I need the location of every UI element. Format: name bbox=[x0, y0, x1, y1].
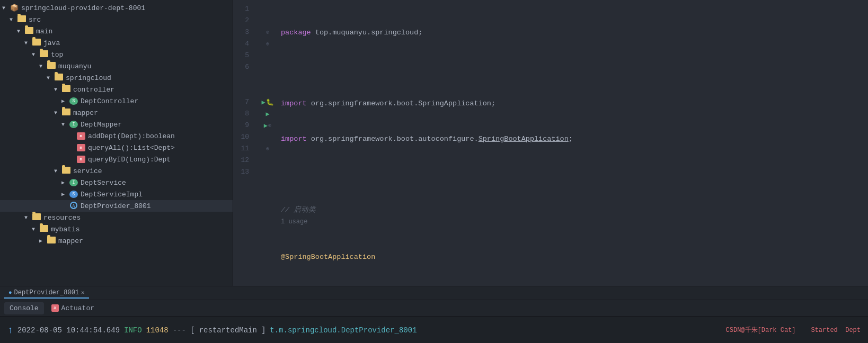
line-numbers: 1 2 3 4 5 6 7 8 9 10 11 12 13 bbox=[233, 0, 260, 286]
tree-item-service[interactable]: ▼ service bbox=[0, 165, 233, 177]
run-icon-7[interactable]: ▶ bbox=[261, 98, 265, 106]
debug-icon-7[interactable]: 🐛 bbox=[266, 98, 274, 106]
status-class: t.m.springcloud.DeptProvider_8001 bbox=[270, 326, 417, 335]
actuator-tab[interactable]: A Actuator bbox=[46, 302, 100, 314]
actuator-icon: A bbox=[51, 304, 59, 312]
DeptServiceImpl-label: DeptServiceImpl bbox=[81, 191, 143, 198]
tree-item-main[interactable]: ▼ main bbox=[0, 25, 233, 37]
tree-item-springcloud[interactable]: ▼ springcloud bbox=[0, 72, 233, 84]
open-tab-filename: DeptProvider_8001 bbox=[14, 289, 79, 296]
open-tab-icon: ● bbox=[8, 290, 12, 296]
tree-item-mapper[interactable]: ▼ mapper bbox=[0, 107, 233, 119]
tree-item-mapper2[interactable]: ▶ mapper bbox=[0, 235, 233, 247]
code-line-6-comment: // 启动类 bbox=[281, 204, 868, 216]
status-right: CSDN@千朱[Dark Cat] Started Dept bbox=[726, 326, 861, 335]
tree-item-mybatis[interactable]: ▼ mybatis bbox=[0, 223, 233, 235]
status-pid: 11048 bbox=[146, 326, 169, 335]
tree-item-resources[interactable]: ▼ resources bbox=[0, 212, 233, 223]
src-label: src bbox=[29, 16, 41, 24]
code-line-6-usage: 1 usage bbox=[281, 216, 868, 228]
addDept-label: addDept(Dept):boolean bbox=[88, 132, 175, 140]
status-separator: --- [ bbox=[173, 326, 195, 335]
open-file-tab-bar: ● DeptProvider_8001 ✕ bbox=[0, 286, 868, 300]
DeptProvider-label: DeptProvider_8001 bbox=[81, 202, 151, 210]
tree-item-queryAll[interactable]: m queryAll():List<Dept> bbox=[0, 142, 233, 154]
tree-item-controller[interactable]: ▼ controller bbox=[0, 84, 233, 95]
code-line-1: package top.muquanyu.springcloud; bbox=[281, 27, 868, 39]
open-file-tab[interactable]: ● DeptProvider_8001 ✕ bbox=[4, 288, 89, 299]
status-bar: ↑ 2022-08-05 10:44:54.649 INFO 11048 ---… bbox=[0, 317, 868, 343]
console-tab[interactable]: Console bbox=[4, 302, 44, 314]
muquanyu-label: muquanyu bbox=[58, 62, 91, 70]
code-content: package top.muquanyu.springcloud; import… bbox=[276, 0, 868, 286]
csdn-label: CSDN@千朱[Dark Cat] bbox=[726, 327, 796, 334]
mapper2-label: mapper bbox=[58, 237, 83, 245]
tree-item-root[interactable]: ▼ 📦 springcloud-provider-dept-8001 bbox=[0, 2, 233, 14]
fold-icon-11: ⊕ bbox=[260, 143, 276, 155]
code-line-3: import org.springframework.boot.SpringAp… bbox=[281, 98, 868, 110]
main-label: main bbox=[36, 28, 52, 35]
queryAll-label: queryAll():List<Dept> bbox=[88, 144, 175, 152]
tree-item-DeptProvider[interactable]: A DeptProvider_8001 bbox=[0, 200, 233, 212]
tree-item-muquanyu[interactable]: ▼ muquanyu bbox=[0, 60, 233, 72]
DeptController-label: DeptController bbox=[81, 97, 138, 105]
status-thread: restartedMain bbox=[199, 326, 257, 335]
close-tab-button[interactable]: ✕ bbox=[81, 289, 85, 296]
svg-text:A: A bbox=[73, 204, 75, 209]
controller-label: controller bbox=[73, 86, 114, 94]
springcloud-label: springcloud bbox=[66, 74, 111, 82]
fold-icon-9: ⊕ bbox=[268, 122, 271, 129]
resources-label: resources bbox=[43, 214, 81, 222]
tree-item-addDept[interactable]: m addDept(Dept):boolean bbox=[0, 130, 233, 142]
console-tab-label: Console bbox=[10, 304, 39, 312]
mybatis-label: mybatis bbox=[51, 225, 80, 233]
code-line-5 bbox=[281, 169, 868, 180]
DeptService-label: DeptService bbox=[81, 179, 126, 187]
run-icon-9[interactable]: ▶ bbox=[264, 122, 268, 130]
mapper-label: mapper bbox=[73, 109, 98, 117]
project-icon: 📦 bbox=[10, 4, 19, 12]
code-line-7: @SpringBootApplication bbox=[281, 251, 868, 263]
editor-gutter: ⊕ ⊕ ▶ 🐛 ▶ ▶ ⊕ ⊕ bbox=[260, 0, 276, 286]
root-label: springcloud-provider-dept-8001 bbox=[21, 4, 145, 12]
service-label: service bbox=[73, 167, 102, 175]
code-line-4: import org.springframework.boot.autoconf… bbox=[281, 133, 868, 145]
status-suffix: Started Dept bbox=[811, 327, 861, 334]
actuator-tab-label: Actuator bbox=[61, 304, 94, 312]
tree-item-src[interactable]: ▼ src bbox=[0, 14, 233, 25]
code-editor[interactable]: 1 2 3 4 5 6 7 8 9 10 11 12 13 ⊕ ⊕ bbox=[233, 0, 868, 286]
top-label: top bbox=[51, 51, 63, 59]
tree-item-DeptServiceImpl[interactable]: ▶ S DeptServiceImpl bbox=[0, 188, 233, 200]
tree-item-DeptController[interactable]: ▶ S DeptController bbox=[0, 95, 233, 107]
bottom-tabs: Console A Actuator bbox=[0, 300, 868, 317]
tree-item-java[interactable]: ▼ java bbox=[0, 37, 233, 49]
tree-item-DeptMapper[interactable]: ▼ I DeptMapper bbox=[0, 119, 233, 130]
tree-arrow-root[interactable]: ▼ bbox=[2, 5, 10, 11]
tree-item-DeptService[interactable]: ▶ I DeptService bbox=[0, 177, 233, 188]
code-line-2 bbox=[281, 62, 868, 74]
DeptMapper-label: DeptMapper bbox=[81, 121, 122, 129]
status-level: INFO bbox=[124, 326, 142, 335]
tree-item-top[interactable]: ▼ top bbox=[0, 49, 233, 60]
tree-item-queryByID[interactable]: m queryByID(Long):Dept bbox=[0, 154, 233, 165]
file-tree[interactable]: ▼ 📦 springcloud-provider-dept-8001 ▼ src… bbox=[0, 0, 233, 286]
queryByID-label: queryByID(Long):Dept bbox=[88, 156, 171, 164]
scroll-up-button[interactable]: ↑ bbox=[7, 325, 13, 336]
run-icon-8[interactable]: ▶ bbox=[265, 110, 269, 118]
status-date: 2022-08-05 10:44:54.649 bbox=[17, 326, 120, 335]
java-label: java bbox=[43, 39, 60, 47]
